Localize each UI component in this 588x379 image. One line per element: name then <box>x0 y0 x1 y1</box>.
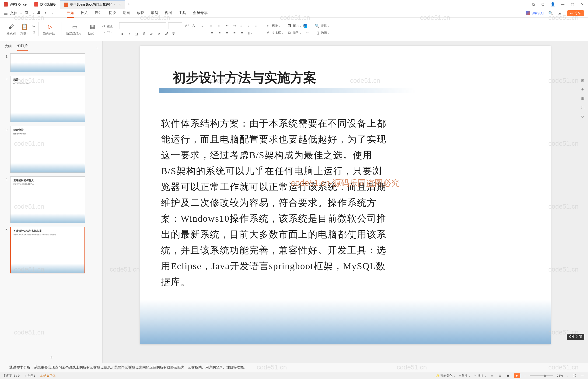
reset-button[interactable]: ⟲ 重置 <box>100 24 114 29</box>
tab-slideshow[interactable]: 放映 <box>137 9 144 18</box>
tab-design[interactable]: 设计 <box>95 9 102 18</box>
search-icon[interactable]: 🔍 <box>548 11 553 16</box>
tab-animation[interactable]: 动画 <box>123 9 130 18</box>
align-left-icon[interactable]: ≡ <box>210 31 215 36</box>
font-select[interactable] <box>119 22 166 29</box>
increase-indent-icon[interactable]: ⇥ <box>232 23 237 28</box>
slide-canvas[interactable]: 初步设计方法与实施方案 软件体系结构方案：由于本系统需要在不同设备上都能运行，而… <box>140 46 551 344</box>
numbering-icon[interactable]: ≡⌄ <box>217 23 222 28</box>
highlight-icon[interactable]: 🖍 <box>164 31 169 36</box>
save-icon[interactable]: 🖫 <box>25 11 29 16</box>
superscript-icon[interactable]: X² <box>149 31 154 36</box>
find-button[interactable]: 🔍 查找⌄ <box>313 24 331 28</box>
layout-group[interactable]: ▦ 版式⌄ <box>86 23 99 36</box>
collapse-panel-icon[interactable]: ‹ <box>97 45 98 49</box>
tab-dropdown-icon[interactable]: ⌄ <box>133 3 141 6</box>
format-painter-group[interactable]: 🖌 格式刷 <box>5 23 17 36</box>
window-multi-icon[interactable]: ⧉ <box>531 2 535 7</box>
normal-view-icon[interactable]: ▭ <box>490 374 494 378</box>
align-justify-icon[interactable]: ≡ <box>232 31 237 36</box>
decrease-font-icon[interactable]: A⁻ <box>192 23 197 28</box>
tab-member[interactable]: 会员专享 <box>193 9 208 18</box>
shape-button[interactable]: ◇ 形状⌄ <box>264 24 285 28</box>
fill-icon[interactable]: 🪣⌄ <box>304 24 308 29</box>
tab-start[interactable]: 开始 <box>67 9 74 18</box>
add-slide-button[interactable]: + <box>0 351 102 363</box>
theme-indicator[interactable]: ♀ 主题1 <box>24 374 35 378</box>
add-tab-button[interactable]: + <box>125 2 133 7</box>
strikethrough-icon[interactable]: S̶ <box>142 31 147 36</box>
rt-icon-4[interactable]: ⬚ <box>581 105 586 110</box>
text-effect-icon[interactable]: 变⌄ <box>171 31 177 36</box>
align-right-icon[interactable]: ≡ <box>224 31 230 36</box>
line-spacing-icon[interactable]: ↕⌄ <box>239 23 245 28</box>
reading-view-icon[interactable]: ▣ <box>506 374 510 378</box>
align-center-icon[interactable]: ≡ <box>217 31 222 36</box>
share-button[interactable]: ⮫ 分享 <box>567 10 584 16</box>
cloud-icon[interactable]: ☁ <box>558 11 562 16</box>
tab-review[interactable]: 审阅 <box>151 9 158 18</box>
app-tab[interactable]: WPS Office <box>0 0 30 9</box>
thumbnail-1[interactable] <box>10 53 85 72</box>
thumbnail-3[interactable]: 课题背景 随着互联网的发展... <box>10 126 85 173</box>
sorter-view-icon[interactable]: ⊞ <box>498 374 502 378</box>
notes-bar[interactable]: 通过需求分析，系统主要实现查询某条路线上的所有公交站点信息、某两个公交站点之间的… <box>0 363 588 372</box>
select-button[interactable]: ⬚ 选择⌄ <box>313 31 331 35</box>
minimize-icon[interactable]: — <box>560 2 565 7</box>
slideshow-dropdown[interactable]: ⌄ <box>524 374 526 377</box>
new-slide-group[interactable]: ▭ 新建幻灯片⌄ <box>64 23 85 36</box>
thumbnail-5[interactable]: 初步设计方法与实施方案 软件体系结构方案：由于本系统需要在不同设备上都能运行..… <box>10 227 85 273</box>
zoom-slider[interactable] <box>530 375 553 376</box>
clear-format-icon[interactable]: ⌄ <box>200 23 205 28</box>
maximize-icon[interactable]: ▢ <box>570 2 574 7</box>
tab-view[interactable]: 视图 <box>165 9 172 18</box>
wps-ai-button[interactable]: WPS AI <box>526 11 544 16</box>
slideshow-button[interactable]: ▶ <box>514 373 520 378</box>
tab-transition[interactable]: 切换 <box>109 9 116 18</box>
picture-button[interactable]: 🖼 图片⌄ <box>286 24 303 28</box>
rt-icon-2[interactable]: ◈ <box>581 87 586 92</box>
comments-toggle[interactable]: ✎ 批注 ⌄ <box>474 374 486 378</box>
fit-window-icon[interactable]: ⛶ <box>572 374 576 378</box>
paste-group[interactable]: 📋 粘贴⌄ <box>18 23 31 36</box>
tab-menu-icon[interactable]: ▫ <box>114 3 115 6</box>
bold-icon[interactable]: B <box>119 31 124 36</box>
rt-icon-1[interactable]: ⊞ <box>581 78 586 83</box>
bullets-icon[interactable]: ≡⌄ <box>210 23 215 28</box>
from-current-group[interactable]: ▷ 当页开始⌄ <box>41 23 59 36</box>
font-color-icon[interactable]: A <box>157 31 162 36</box>
missing-font-warning[interactable]: ⚠ 缺失字体 <box>40 374 56 378</box>
decrease-indent-icon[interactable]: ⇤ <box>224 23 230 28</box>
notes-toggle[interactable]: ≡ 备注 ⌄ <box>459 374 470 378</box>
italic-icon[interactable]: I <box>127 31 132 36</box>
close-tab-icon[interactable]: ✕ <box>119 3 121 6</box>
outline-icon[interactable]: ▭⌄ <box>304 30 308 35</box>
avatar-icon[interactable]: 👤 <box>551 2 555 7</box>
file-menu[interactable]: 文件 <box>10 11 17 16</box>
textbox-button[interactable]: A 文本框⌄ <box>264 31 285 35</box>
rt-icon-3[interactable]: ▦ <box>581 96 586 101</box>
distribute-icon[interactable]: ≡ <box>239 31 245 36</box>
docer-tab[interactable]: 找稻壳模板 <box>30 0 60 9</box>
outline-tab[interactable]: 大纲 <box>5 44 12 50</box>
document-tab[interactable]: 基于Sping Boot的网上花卉购 ▫ ✕ <box>60 0 125 9</box>
thumbnail-4[interactable]: 选题的目的与意义 本文研究的是基于B/S架构... <box>10 176 85 223</box>
cube-icon[interactable]: ⬡ <box>541 2 545 7</box>
increase-font-icon[interactable]: A⁺ <box>185 23 190 28</box>
close-window-icon[interactable]: ✕ <box>580 2 584 7</box>
align-text-icon[interactable]: ↨⌄ <box>254 23 259 28</box>
slides-tab[interactable]: 幻灯片 <box>17 44 28 51</box>
cut-icon[interactable]: ✂ <box>32 24 36 29</box>
tab-tools[interactable]: 工具 <box>179 9 186 18</box>
text-direction-icon[interactable]: ⟐⌄ <box>247 23 252 28</box>
minimize-ribbon-icon[interactable]: — <box>580 374 584 378</box>
print-icon[interactable]: 🖶 <box>37 11 42 16</box>
smart-beautify-button[interactable]: ✨ 智能美化 ⌄ <box>436 374 455 378</box>
tab-insert[interactable]: 插入 <box>81 9 88 18</box>
font-size-select[interactable] <box>168 22 182 29</box>
section-button[interactable]: ▭ 节⌄ <box>100 30 114 35</box>
columns-icon[interactable]: ⫼⌄ <box>247 31 252 36</box>
rt-icon-5[interactable]: ◇ <box>581 114 586 119</box>
undo-icon[interactable]: ↶ <box>44 11 49 16</box>
thumbnail-2[interactable]: 摘要 在二十一世纪的社会中... <box>10 76 85 122</box>
